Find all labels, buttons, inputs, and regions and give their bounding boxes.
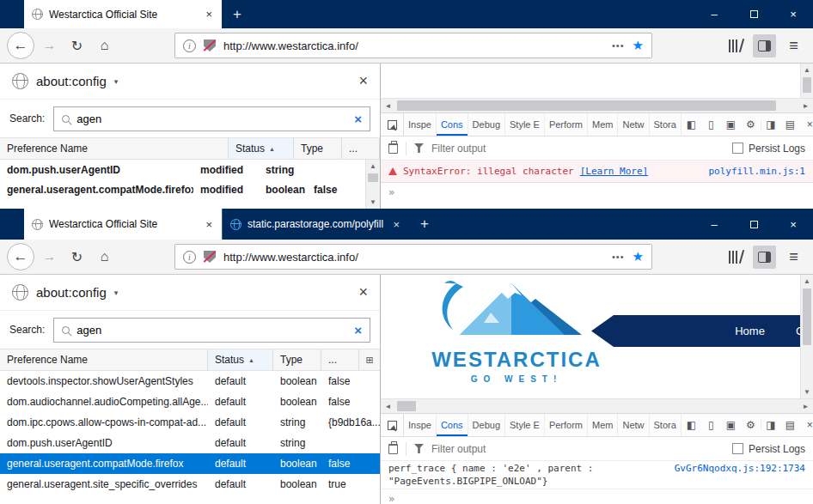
- bookmark-star-icon[interactable]: ★: [633, 38, 644, 53]
- tab-performance[interactable]: Perform: [545, 414, 588, 436]
- tab-network[interactable]: Netw: [618, 414, 649, 436]
- minimize-button[interactable]: –: [694, 209, 734, 240]
- scrollbar-thumb[interactable]: [803, 288, 811, 345]
- scroll-left-icon[interactable]: ◄: [381, 99, 395, 113]
- page-horizontal-scrollbar[interactable]: ◄ ►: [381, 398, 813, 413]
- tab-console[interactable]: Cons: [437, 414, 468, 436]
- sidebar-toggle-button[interactable]: [753, 246, 776, 269]
- new-tab-button[interactable]: +: [222, 0, 253, 28]
- settings-gear-icon[interactable]: ⚙: [741, 118, 761, 131]
- tab-inspector[interactable]: Inspe: [404, 113, 437, 136]
- pick-element-button[interactable]: [381, 113, 404, 136]
- tab-debugger[interactable]: Debug: [468, 414, 505, 436]
- clear-console-icon[interactable]: [388, 143, 398, 154]
- page-vertical-scrollbar[interactable]: ▲: [800, 64, 813, 98]
- filter-output-input[interactable]: [431, 443, 724, 455]
- close-page-icon[interactable]: ×: [358, 283, 368, 301]
- column-type[interactable]: Type: [273, 349, 321, 370]
- tab-memory[interactable]: Mem: [588, 414, 618, 436]
- scroll-up-icon[interactable]: ▲: [366, 160, 380, 173]
- reload-button[interactable]: ↻: [64, 245, 89, 270]
- sidebar-toggle-button[interactable]: [753, 34, 776, 58]
- scroll-up-icon[interactable]: ▲: [801, 275, 813, 288]
- search-input[interactable]: [76, 112, 347, 125]
- maximize-button[interactable]: [734, 209, 773, 240]
- bookmark-star-icon[interactable]: ★: [633, 249, 644, 264]
- scroll-right-icon[interactable]: ►: [798, 399, 813, 414]
- close-window-button[interactable]: ×: [773, 209, 813, 240]
- forward-button[interactable]: →: [37, 33, 62, 58]
- dock-bottom-icon[interactable]: ◨: [761, 419, 780, 431]
- scrollbar-track[interactable]: [395, 99, 798, 112]
- new-tab-button[interactable]: +: [409, 209, 440, 240]
- page-horizontal-scrollbar[interactable]: ◄ ►: [381, 98, 813, 112]
- pref-row-selected[interactable]: general.useragent.compatMode.firefox def…: [0, 453, 380, 474]
- more-tools-icon[interactable]: ▤: [780, 419, 800, 431]
- tab-storage[interactable]: Stora: [650, 414, 682, 436]
- reload-button[interactable]: ↻: [64, 33, 89, 58]
- tab-westarctica[interactable]: Westarctica Official Site ×: [24, 0, 222, 28]
- dock-side-icon[interactable]: ◧: [682, 419, 701, 431]
- scroll-right-icon[interactable]: ►: [798, 99, 813, 113]
- library-button[interactable]: [723, 33, 748, 58]
- tab-westarctica[interactable]: Westarctica Official Site ×: [24, 209, 222, 240]
- tab-close-icon[interactable]: ×: [204, 218, 214, 231]
- pref-row[interactable]: dom.audiochannel.audioCompeting.allAge..…: [0, 392, 380, 412]
- responsive-design-icon[interactable]: ▯: [701, 118, 721, 131]
- learn-more-link[interactable]: [Learn More]: [580, 166, 648, 177]
- scrollbar-thumb[interactable]: [397, 100, 776, 111]
- scroll-up-icon[interactable]: ▲: [801, 64, 813, 76]
- screenshot-icon[interactable]: ▣: [721, 419, 741, 431]
- home-button[interactable]: ⌂: [92, 245, 117, 270]
- console-input-line[interactable]: »: [381, 489, 813, 504]
- minimize-button[interactable]: –: [694, 0, 734, 28]
- forward-button[interactable]: →: [37, 245, 62, 270]
- scroll-down-icon[interactable]: ▼: [366, 196, 380, 209]
- log-source-link[interactable]: GvGr6Nqodxq.js:192:1734: [675, 462, 805, 475]
- scrollbar-track[interactable]: [395, 399, 798, 413]
- filter-output-input[interactable]: [431, 143, 724, 155]
- scrollbar-thumb[interactable]: [368, 173, 378, 182]
- chevron-down-icon[interactable]: ▾: [114, 288, 119, 297]
- column-picker-icon[interactable]: ⊞: [359, 349, 380, 370]
- url-bar[interactable]: http://www.westarctica.info/ ••• ★: [174, 33, 652, 58]
- column-status[interactable]: Status▲: [229, 138, 294, 159]
- tab-memory[interactable]: Mem: [588, 113, 618, 136]
- menu-button[interactable]: ≡: [781, 245, 806, 270]
- dock-side-icon[interactable]: ◧: [682, 118, 701, 131]
- settings-gear-icon[interactable]: ⚙: [741, 419, 761, 431]
- close-window-button[interactable]: ×: [773, 0, 813, 28]
- column-value[interactable]: ...: [342, 138, 380, 159]
- tab-network[interactable]: Netw: [618, 113, 649, 136]
- pref-row[interactable]: general.useragent.site_specific_override…: [0, 474, 380, 495]
- tab-parastorage[interactable]: static.parastorage.com/polyfill ×: [222, 209, 409, 240]
- maximize-button[interactable]: [734, 0, 773, 28]
- close-page-icon[interactable]: ×: [358, 72, 368, 90]
- scroll-left-icon[interactable]: ◄: [381, 399, 395, 414]
- back-button[interactable]: ←: [7, 243, 34, 270]
- error-source-link[interactable]: polyfill.min.js:1: [708, 166, 805, 177]
- pref-row[interactable]: dom.push.userAgentID modified string: [0, 160, 365, 179]
- close-devtools-icon[interactable]: ×: [800, 419, 813, 431]
- dock-bottom-icon[interactable]: ◨: [761, 118, 780, 131]
- menu-button[interactable]: ≡: [781, 33, 806, 58]
- persist-logs-checkbox[interactable]: [732, 143, 743, 154]
- clear-console-icon[interactable]: [388, 444, 398, 454]
- column-value[interactable]: ...: [321, 349, 359, 370]
- nav-item-home[interactable]: Home: [735, 325, 765, 337]
- column-type[interactable]: Type: [294, 138, 342, 159]
- chevron-down-icon[interactable]: ▾: [114, 77, 119, 86]
- table-vertical-scrollbar[interactable]: ▲ ▼: [365, 160, 380, 209]
- scroll-down-icon[interactable]: ▼: [801, 386, 813, 398]
- column-preference-name[interactable]: Preference Name: [0, 138, 229, 159]
- library-button[interactable]: [723, 245, 748, 270]
- site-info-icon[interactable]: [183, 39, 196, 52]
- clear-search-icon[interactable]: ×: [354, 323, 362, 337]
- tab-inspector[interactable]: Inspe: [404, 414, 437, 436]
- tab-close-icon[interactable]: ×: [204, 8, 214, 21]
- console-input-line[interactable]: »: [381, 183, 813, 209]
- tab-style-editor[interactable]: Style E: [505, 113, 545, 136]
- page-vertical-scrollbar[interactable]: ▲ ▼: [800, 275, 813, 398]
- more-tools-icon[interactable]: ▤: [780, 118, 800, 131]
- pref-row[interactable]: dom.ipc.cpows.allow-cpows-in-compat-ad..…: [0, 412, 380, 433]
